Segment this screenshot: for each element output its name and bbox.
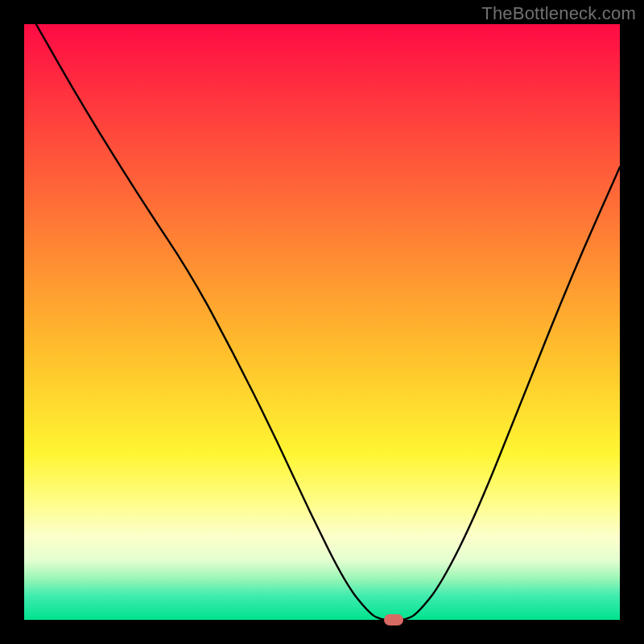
optimum-marker: [384, 614, 403, 625]
watermark-text: TheBottleneck.com: [481, 3, 636, 24]
plot-area: [24, 24, 620, 620]
bottleneck-curve: [24, 24, 620, 620]
chart-frame: TheBottleneck.com: [0, 0, 644, 644]
